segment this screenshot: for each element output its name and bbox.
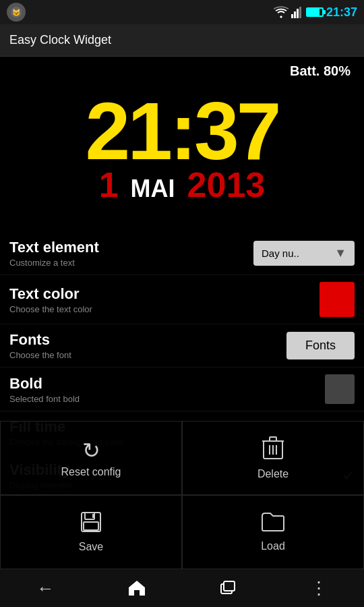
bold-title: Bold	[9, 375, 80, 393]
refresh-icon: ↻	[82, 438, 100, 463]
save-button[interactable]: Save	[0, 495, 182, 569]
svg-rect-5	[299, 7, 301, 18]
bottom-overlay: ↻ Reset config Delete	[0, 421, 364, 569]
text-color-title: Text color	[9, 285, 92, 303]
bold-subtitle: Selected font bold	[9, 394, 80, 404]
bold-checkbox[interactable]	[325, 374, 355, 404]
status-icons: 21:37	[274, 5, 357, 20]
dropdown-label: Day nu..	[262, 248, 299, 259]
folder-icon	[261, 512, 285, 538]
fonts-subtitle: Choose the font	[9, 350, 71, 360]
fonts-title: Fonts	[9, 331, 71, 349]
battery-icon	[306, 7, 324, 17]
title-bar: Easy Clock Widget	[0, 24, 364, 57]
chevron-down-icon: ▼	[334, 246, 346, 260]
load-label: Load	[261, 540, 285, 552]
reset-label: Reset config	[61, 466, 121, 478]
overlay-row-top: ↻ Reset config Delete	[0, 421, 364, 495]
recents-button[interactable]	[211, 575, 245, 602]
color-swatch[interactable]	[320, 282, 355, 317]
svg-rect-17	[224, 581, 235, 591]
nav-bar: ← ⋮	[0, 569, 364, 607]
status-time: 21:37	[326, 5, 357, 20]
setting-fonts: Fonts Choose the font Fonts	[0, 324, 364, 368]
reset-config-button[interactable]: ↻ Reset config	[0, 421, 182, 495]
home-button[interactable]	[120, 575, 154, 602]
clock-date-row: 1 MAI 2013	[99, 165, 266, 205]
svg-rect-14	[84, 522, 98, 530]
setting-bold: Bold Selected font bold	[0, 368, 364, 411]
svg-rect-4	[297, 9, 299, 18]
save-icon	[80, 511, 102, 538]
signal-icon	[291, 6, 303, 18]
status-bar: 🐱 21:37	[0, 0, 364, 24]
save-label: Save	[79, 541, 103, 553]
delete-button[interactable]: Delete	[182, 421, 364, 495]
menu-button[interactable]: ⋮	[302, 575, 336, 602]
setting-text-color: Text color Choose the text color	[0, 275, 364, 324]
clock-month: MAI	[131, 175, 175, 203]
back-button[interactable]: ←	[29, 575, 63, 602]
clock-year: 2013	[187, 165, 266, 205]
clock-time: 21:37	[86, 90, 279, 171]
clock-day: 1	[99, 165, 119, 205]
svg-rect-3	[294, 11, 296, 18]
fonts-button[interactable]: Fonts	[286, 332, 355, 359]
setting-text-element: Text element Customize a text Day nu.. ▼	[0, 232, 364, 275]
trash-icon	[262, 436, 284, 465]
battery-percentage: Batt. 80%	[290, 63, 351, 79]
overlay-row-bottom: Save Load	[0, 495, 364, 569]
text-element-subtitle: Customize a text	[9, 258, 99, 268]
wifi-icon	[274, 6, 289, 18]
delete-label: Delete	[257, 468, 289, 480]
app-title: Easy Clock Widget	[9, 33, 111, 47]
clock-preview: Batt. 80% 21:37 1 MAI 2013	[0, 57, 364, 232]
text-color-subtitle: Choose the text color	[9, 304, 92, 314]
load-button[interactable]: Load	[182, 495, 364, 569]
app-icon: 🐱	[7, 3, 26, 22]
text-element-title: Text element	[9, 239, 99, 256]
text-element-dropdown[interactable]: Day nu.. ▼	[253, 241, 355, 266]
svg-text:🐱: 🐱	[12, 8, 21, 17]
svg-rect-2	[291, 14, 293, 18]
